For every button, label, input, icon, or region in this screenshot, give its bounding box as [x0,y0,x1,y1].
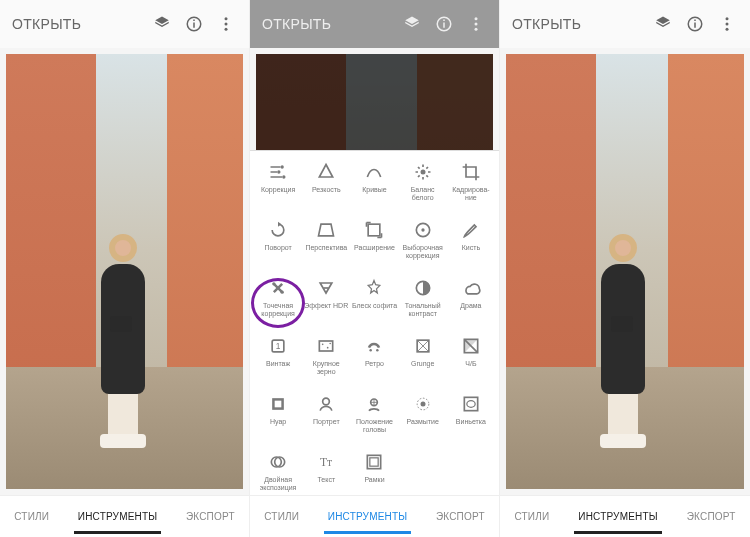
svg-point-5 [225,28,228,31]
info-icon[interactable] [433,13,455,35]
tool-curves[interactable]: Кривые [350,161,398,215]
tool-crop[interactable]: Кадрирова-ние [447,161,495,215]
tab-tools[interactable]: ИНСТРУМЕНТЫ [74,505,162,528]
tool-label: Точечная коррекция [255,302,301,317]
layers-icon[interactable] [652,13,674,35]
svg-point-3 [225,17,228,20]
more-icon[interactable] [465,13,487,35]
open-button[interactable]: ОТКРЫТЬ [12,16,141,32]
tool-expand[interactable]: Расширение [350,219,398,273]
tool-label: Резкость [312,186,341,194]
tab-styles[interactable]: СТИЛИ [10,505,53,528]
svg-rect-33 [275,401,282,408]
tool-label: Тональный контраст [400,302,446,317]
tool-frames[interactable]: Рамки [350,451,398,495]
svg-point-48 [726,17,729,20]
photo-preview [506,54,744,489]
tool-lens-blur[interactable]: Размытие [399,393,447,447]
tool-grunge[interactable]: Grunge [399,335,447,389]
grainy-film-icon [315,335,337,357]
svg-point-12 [281,165,284,168]
photo-preview [6,54,243,489]
tool-label: Поворот [264,244,291,252]
tool-text[interactable]: TтТекст [302,451,350,495]
noir-icon [267,393,289,415]
svg-text:1: 1 [276,341,281,351]
white-balance-icon [412,161,434,183]
svg-rect-2 [193,20,195,22]
tool-label: Коррекция [261,186,295,194]
tools-panel: КоррекцияРезкостьКривыеБаланс белогоКадр… [250,150,499,495]
tab-export[interactable]: ЭКСПОРТ [683,505,740,528]
tool-label: Эффект HDR [304,302,348,310]
perspective-icon [315,219,337,241]
retrolux-icon [363,335,385,357]
tool-drama[interactable]: Драма [447,277,495,331]
tool-noir[interactable]: Нуар [254,393,302,447]
tool-selective[interactable]: Выборочная коррекция [399,219,447,273]
tool-perspective[interactable]: Перспектива [302,219,350,273]
tune-icon [267,161,289,183]
tool-vignette[interactable]: Виньетка [447,393,495,447]
tool-healing[interactable]: Точечная коррекция [254,277,302,331]
head-pose-icon [363,393,385,415]
tool-portrait[interactable]: Портрет [302,393,350,447]
more-icon[interactable] [215,13,237,35]
tool-label: Кривые [362,186,387,194]
svg-rect-1 [193,23,195,28]
tool-white-balance[interactable]: Баланс белого [399,161,447,215]
layers-icon[interactable] [151,13,173,35]
tool-vintage[interactable]: 1Винтаж [254,335,302,389]
info-icon[interactable] [684,13,706,35]
tool-retrolux[interactable]: Ретро [350,335,398,389]
tab-export[interactable]: ЭКСПОРТ [182,505,239,528]
svg-point-20 [281,291,284,294]
tool-bw[interactable]: Ч/Б [447,335,495,389]
tab-styles[interactable]: СТИЛИ [510,505,553,528]
tool-hdr[interactable]: Эффект HDR [302,277,350,331]
tab-tools[interactable]: ИНСТРУМЕНТЫ [324,505,412,528]
bottom-tabs: СТИЛИ ИНСТРУМЕНТЫ ЭКСПОРТ [0,495,249,537]
expand-icon [363,219,385,241]
layers-icon[interactable] [401,13,423,35]
tool-label: Виньетка [456,418,486,426]
svg-rect-46 [694,23,696,28]
tool-double-exposure[interactable]: Двойная экспозиция [254,451,302,495]
svg-point-36 [420,402,425,407]
tab-export[interactable]: ЭКСПОРТ [432,505,489,528]
svg-point-9 [475,17,478,20]
tab-styles[interactable]: СТИЛИ [260,505,303,528]
image-canvas[interactable] [0,48,249,495]
tab-tools[interactable]: ИНСТРУМЕНТЫ [574,505,662,528]
glamour-icon [363,277,385,299]
tool-tonal-contrast[interactable]: Тональный контраст [399,277,447,331]
tool-label: Двойная экспозиция [255,476,301,491]
svg-point-26 [327,347,329,349]
svg-point-15 [420,170,425,175]
tool-rotate[interactable]: Поворот [254,219,302,273]
tonal-contrast-icon [412,277,434,299]
drama-icon [460,277,482,299]
tool-label: Портрет [313,418,340,426]
svg-rect-47 [694,20,696,22]
more-icon[interactable] [716,13,738,35]
tool-details[interactable]: Резкость [302,161,350,215]
tool-glamour[interactable]: Блеск софита [350,277,398,331]
open-button[interactable]: ОТКРЫТЬ [262,16,391,32]
tool-head-pose[interactable]: Положение головы [350,393,398,447]
svg-point-50 [726,28,729,31]
bottom-tabs: СТИЛИ ИНСТРУМЕНТЫ ЭКСПОРТ [250,495,499,537]
bottom-tabs: СТИЛИ ИНСТРУМЕНТЫ ЭКСПОРТ [500,495,750,537]
selective-icon [412,219,434,241]
svg-rect-16 [369,224,381,236]
tool-grainy-film[interactable]: Крупное зерно [302,335,350,389]
tool-label: Баланс белого [400,186,446,201]
tool-label: Кадрирова-ние [448,186,494,201]
open-button[interactable]: ОТКРЫТЬ [512,16,642,32]
info-icon[interactable] [183,13,205,35]
topbar: ОТКРЫТЬ [500,0,750,48]
portrait-icon [315,393,337,415]
image-canvas[interactable] [500,48,750,495]
tool-tune[interactable]: Коррекция [254,161,302,215]
tool-brush[interactable]: Кисть [447,219,495,273]
